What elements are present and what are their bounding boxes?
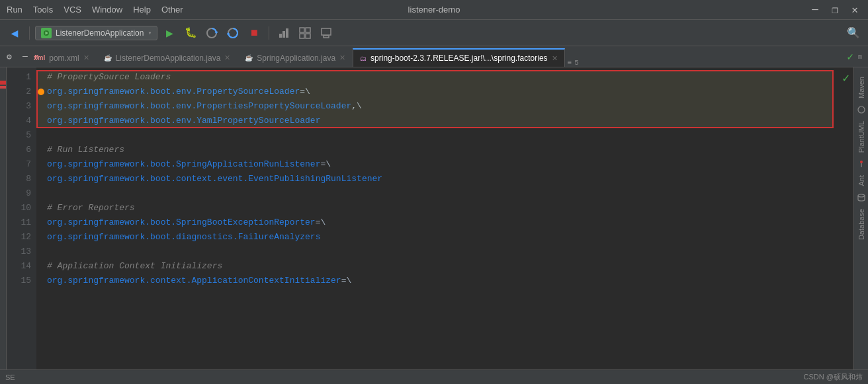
tab-label-spring: SpringApplication.java: [257, 54, 335, 63]
svg-point-13: [860, 161, 863, 163]
tab-icon-listener: ☕: [104, 54, 112, 61]
run-config-arrow: ▾: [148, 29, 152, 37]
status-bar: SE CSDN @硕风和炜: [0, 369, 868, 384]
maven-panel[interactable]: Maven: [856, 73, 867, 102]
svg-rect-7: [306, 28, 310, 32]
code-line-4: org.springframework.boot.env.YamlPropert…: [47, 114, 853, 128]
back-button[interactable]: ◀: [5, 24, 24, 42]
tab-spring-app[interactable]: ☕ SpringApplication.java ✕: [238, 48, 353, 67]
right-tool-panel: Maven PlantUML Ant Database: [853, 67, 868, 369]
window-controls[interactable]: — ❐ ✕: [808, 3, 861, 17]
plantuml-icon: [857, 105, 866, 114]
tab-count: 5: [574, 59, 579, 67]
editor-action-icons: ✓: [847, 50, 853, 63]
code-line-10: # Error Reporters: [47, 201, 853, 215]
stop-button[interactable]: ⏹: [245, 24, 263, 42]
code-line-7: org.springframework.boot.SpringApplicati…: [47, 157, 853, 172]
run-button[interactable]: ▶: [160, 24, 179, 42]
svg-rect-9: [306, 34, 310, 38]
toolbar-separator-1: [29, 26, 30, 40]
code-text: org.springframework.boot.env.PropertySou…: [47, 85, 310, 99]
database-panel[interactable]: Database: [856, 205, 867, 244]
menu-run[interactable]: Run: [7, 5, 22, 15]
code-text: org.springframework.boot.diagnostics.Fai…: [47, 230, 320, 245]
debug-button[interactable]: 🐛: [181, 24, 200, 42]
menu-window[interactable]: Window: [92, 5, 122, 15]
toolbar: ◀ ListenerDemoApplication ▾ ▶ 🐛 ⏹ 🔍: [0, 20, 868, 46]
code-text: org.springframework.context.ApplicationC…: [47, 274, 351, 288]
svg-rect-5: [286, 28, 288, 38]
tab-close-factories[interactable]: ✕: [552, 54, 558, 63]
code-line-5: [47, 128, 853, 143]
tab-listener-demo[interactable]: ☕ ListenerDemoApplication.java ✕: [97, 48, 238, 67]
close-button[interactable]: ✕: [848, 3, 861, 17]
menu-vcs[interactable]: VCS: [64, 5, 81, 15]
code-line-6: # Run Listeners: [47, 143, 853, 157]
code-text: org.springframework.boot.context.event.E…: [47, 172, 382, 186]
svg-rect-4: [282, 31, 285, 38]
title-bar: Run Tools VCS Window Help Other listener…: [0, 0, 868, 20]
code-line-9: [47, 186, 853, 201]
comment-text: # Application Context Initializers: [47, 259, 222, 274]
code-line-15: org.springframework.context.ApplicationC…: [47, 274, 853, 288]
comment-text: # PropertySource Loaders: [47, 70, 171, 85]
status-se: SE: [5, 373, 15, 381]
code-text: org.springframework.boot.SpringApplicati…: [47, 157, 331, 172]
tab-bar-left-icons: ⚙ — n: [3, 50, 39, 63]
svg-rect-8: [300, 34, 304, 38]
tab-list-button[interactable]: ≡: [568, 59, 572, 67]
tab-spring-factories[interactable]: 🗂 spring-boot-2.3.7.RELEASE.jar!\...\spr…: [353, 48, 564, 67]
error-indicator: [0, 81, 6, 85]
code-text: org.springframework.boot.env.YamlPropert…: [47, 114, 320, 128]
main-area: 123456789101112131415 ✓ # PropertySource…: [0, 67, 868, 369]
run-config-icon: [41, 28, 52, 38]
comment-text: # Run Listeners: [47, 143, 124, 157]
svg-point-12: [858, 106, 865, 113]
build-button[interactable]: [275, 24, 293, 42]
code-line-12: org.springframework.boot.diagnostics.Fai…: [47, 230, 853, 245]
code-line-3: org.springframework.boot.env.PropertiesP…: [47, 99, 853, 114]
code-editor[interactable]: ✓ # PropertySource Loadersorg.springfram…: [36, 67, 853, 369]
error-marker: [0, 86, 6, 89]
tab-close-pom[interactable]: ✕: [83, 54, 89, 62]
layout-button[interactable]: [296, 24, 314, 42]
tab-close-spring[interactable]: ✕: [339, 54, 345, 62]
ant-panel[interactable]: Ant: [856, 171, 867, 190]
tab-label-factories: spring-boot-2.3.7.RELEASE.jar!\...\sprin…: [370, 54, 547, 63]
code-line-11: org.springframework.boot.SpringBootExcep…: [47, 215, 853, 230]
code-line-13: [47, 245, 853, 259]
svg-rect-10: [322, 28, 331, 35]
code-text: org.springframework.boot.env.PropertiesP…: [47, 99, 362, 114]
plantuml-panel[interactable]: PlantUML: [856, 117, 867, 157]
editor-checkmark: ✓: [842, 71, 849, 86]
tab-label-pom: pom.xml: [49, 54, 79, 63]
breakpoint-marker: [38, 89, 44, 95]
maximize-button[interactable]: ❐: [828, 3, 842, 17]
menu-tools[interactable]: Tools: [33, 5, 53, 15]
code-line-14: # Application Context Initializers: [47, 259, 853, 274]
line-numbers: 123456789101112131415: [7, 67, 36, 369]
tab-bar: ⚙ — n xml pom.xml ✕ ☕ ListenerDemoApplic…: [0, 46, 868, 67]
menu-bar[interactable]: Run Tools VCS Window Help Other: [7, 5, 183, 15]
profile-button[interactable]: [224, 24, 242, 42]
svg-point-15: [858, 194, 865, 197]
scroll-right[interactable]: m: [855, 46, 865, 67]
menu-help[interactable]: Help: [133, 5, 151, 15]
tab-indicator: n: [34, 50, 39, 63]
left-gutter: [0, 67, 7, 369]
tab-icon-factories: 🗂: [360, 55, 367, 62]
menu-other[interactable]: Other: [161, 5, 183, 15]
checkmark-icon: ✓: [847, 52, 853, 63]
app-title: listener-demo: [408, 5, 460, 15]
svg-rect-11: [324, 36, 329, 38]
collapse-icon[interactable]: —: [19, 50, 32, 63]
code-text: org.springframework.boot.SpringBootExcep…: [47, 215, 326, 230]
run-config-selector[interactable]: ListenerDemoApplication ▾: [35, 26, 157, 40]
window-button[interactable]: [317, 24, 335, 42]
search-button[interactable]: 🔍: [844, 24, 863, 42]
coverage-button[interactable]: [202, 24, 221, 42]
code-line-8: org.springframework.boot.context.event.E…: [47, 172, 853, 186]
tab-close-listener[interactable]: ✕: [224, 54, 230, 62]
settings-icon[interactable]: ⚙: [3, 50, 16, 63]
minimize-button[interactable]: —: [808, 4, 822, 16]
